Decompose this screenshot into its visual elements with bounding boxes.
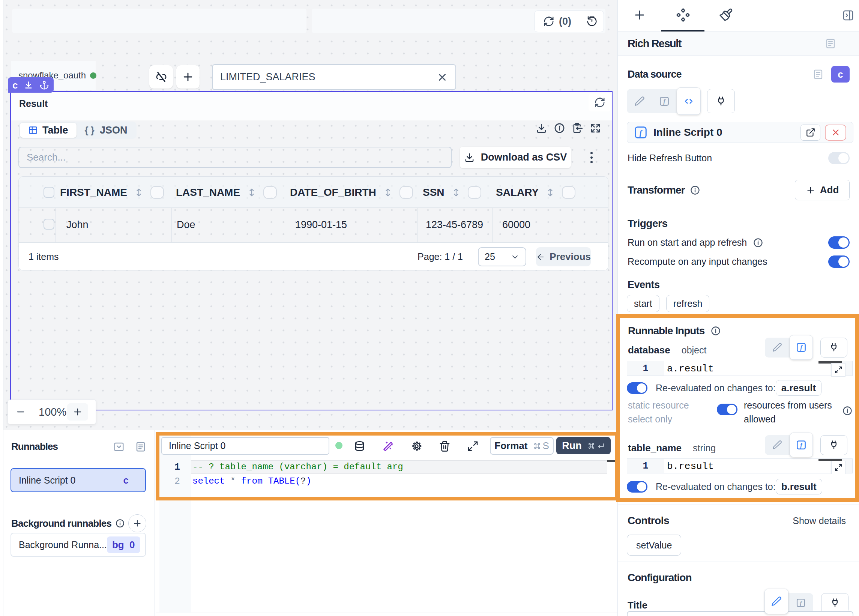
svg-text:f: f xyxy=(663,98,666,105)
svg-text:f: f xyxy=(640,128,643,137)
svg-text:f: f xyxy=(800,599,802,606)
